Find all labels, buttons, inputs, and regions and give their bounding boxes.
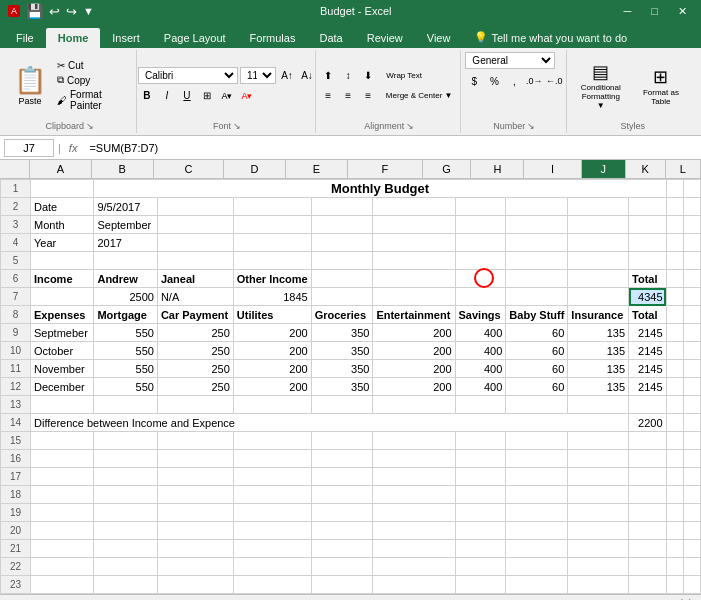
font-family-select[interactable]: Calibri xyxy=(138,67,238,84)
cell-j7[interactable]: 4345 xyxy=(629,288,667,306)
cell-f6[interactable] xyxy=(373,270,455,288)
cell-f5[interactable] xyxy=(373,252,455,270)
wrap-text-button[interactable]: Wrap Text xyxy=(379,67,429,85)
border-button[interactable]: ⊞ xyxy=(198,87,216,105)
copy-button[interactable]: ⧉ Copy xyxy=(54,73,130,87)
tab-page-layout[interactable]: Page Layout xyxy=(152,28,238,48)
cell-i10[interactable]: 135 xyxy=(568,342,629,360)
increase-decimal-button[interactable]: .0→ xyxy=(525,72,543,90)
cell-d9[interactable]: 200 xyxy=(233,324,311,342)
cell-d4[interactable] xyxy=(233,234,311,252)
cell-d5[interactable] xyxy=(233,252,311,270)
cell-e4[interactable] xyxy=(311,234,373,252)
quick-access-save[interactable]: 💾 xyxy=(26,3,43,19)
cell-h12[interactable]: 60 xyxy=(506,378,568,396)
cell-a5[interactable] xyxy=(31,252,94,270)
tab-home[interactable]: Home xyxy=(46,28,101,48)
cell-j9[interactable]: 2145 xyxy=(629,324,667,342)
cell-f4[interactable] xyxy=(373,234,455,252)
cell-j6[interactable]: Total xyxy=(629,270,667,288)
col-header-k[interactable]: K xyxy=(626,160,666,178)
cell-b6[interactable]: Andrew xyxy=(94,270,157,288)
number-format-select[interactable]: General xyxy=(465,52,555,69)
cell-e5[interactable] xyxy=(311,252,373,270)
grid[interactable]: 1 Monthly Budget 2 Date 9/5/2017 xyxy=(0,179,701,594)
cell-g8[interactable]: Savings xyxy=(455,306,506,324)
cell-l13[interactable] xyxy=(684,396,701,414)
cell-a14-merged[interactable]: Difference between Income and Expence xyxy=(31,414,629,432)
cell-c3[interactable] xyxy=(157,216,233,234)
cell-l4[interactable] xyxy=(684,234,701,252)
cell-c6[interactable]: Janeal xyxy=(157,270,233,288)
cell-a6[interactable]: Income xyxy=(31,270,94,288)
cell-f3[interactable] xyxy=(373,216,455,234)
cell-b9[interactable]: 550 xyxy=(94,324,157,342)
horizontal-scrollbar[interactable]: ◄ ► xyxy=(0,594,701,600)
cell-b13[interactable] xyxy=(94,396,157,414)
cell-h4[interactable] xyxy=(506,234,568,252)
cell-b2[interactable]: 9/5/2017 xyxy=(94,198,157,216)
cell-b11[interactable]: 550 xyxy=(94,360,157,378)
cell-a4[interactable]: Year xyxy=(31,234,94,252)
cell-e8[interactable]: Groceries xyxy=(311,306,373,324)
cell-l6[interactable] xyxy=(684,270,701,288)
cell-e10[interactable]: 350 xyxy=(311,342,373,360)
align-left-button[interactable]: ≡ xyxy=(319,87,337,105)
format-as-table-button[interactable]: ⊞ Format as Table xyxy=(631,64,691,108)
cell-e6[interactable] xyxy=(311,270,373,288)
cell-c5[interactable] xyxy=(157,252,233,270)
cell-e12[interactable]: 350 xyxy=(311,378,373,396)
col-header-g[interactable]: G xyxy=(423,160,472,178)
cell-d3[interactable] xyxy=(233,216,311,234)
cell-e2[interactable] xyxy=(311,198,373,216)
cell-c4[interactable] xyxy=(157,234,233,252)
cell-g13[interactable] xyxy=(455,396,506,414)
cell-b4[interactable]: 2017 xyxy=(94,234,157,252)
align-right-button[interactable]: ≡ xyxy=(359,87,377,105)
cell-f10[interactable]: 200 xyxy=(373,342,455,360)
cell-f13[interactable] xyxy=(373,396,455,414)
cell-i11[interactable]: 135 xyxy=(568,360,629,378)
align-bottom-button[interactable]: ⬇ xyxy=(359,67,377,85)
tab-insert[interactable]: Insert xyxy=(100,28,152,48)
cell-l8[interactable] xyxy=(684,306,701,324)
cell-k6[interactable] xyxy=(666,270,684,288)
cell-d8[interactable]: Utilites xyxy=(233,306,311,324)
cell-g5[interactable] xyxy=(455,252,506,270)
cell-g11[interactable]: 400 xyxy=(455,360,506,378)
cell-k14[interactable] xyxy=(666,414,684,432)
cell-l10[interactable] xyxy=(684,342,701,360)
cell-j2[interactable] xyxy=(629,198,667,216)
cell-j13[interactable] xyxy=(629,396,667,414)
cell-c8[interactable]: Car Payment xyxy=(157,306,233,324)
font-expand-icon[interactable]: ↘ xyxy=(233,121,241,131)
cell-j11[interactable]: 2145 xyxy=(629,360,667,378)
col-header-i[interactable]: I xyxy=(524,160,581,178)
font-size-select[interactable]: 11 xyxy=(240,67,276,84)
col-header-d[interactable]: D xyxy=(224,160,286,178)
cell-j3[interactable] xyxy=(629,216,667,234)
number-expand-icon[interactable]: ↘ xyxy=(527,121,535,131)
col-header-f[interactable]: F xyxy=(348,160,423,178)
cell-a10[interactable]: October xyxy=(31,342,94,360)
cell-g2[interactable] xyxy=(455,198,506,216)
cell-g7[interactable] xyxy=(455,288,506,306)
cell-d6[interactable]: Other Income xyxy=(233,270,311,288)
cell-k13[interactable] xyxy=(666,396,684,414)
cell-k7[interactable] xyxy=(666,288,684,306)
tab-review[interactable]: Review xyxy=(355,28,415,48)
cell-f7[interactable] xyxy=(373,288,455,306)
cell-j4[interactable] xyxy=(629,234,667,252)
cell-b3[interactable]: September xyxy=(94,216,157,234)
paste-button[interactable]: 📋 Paste xyxy=(10,63,50,108)
cell-d13[interactable] xyxy=(233,396,311,414)
font-color-button[interactable]: A▾ xyxy=(238,87,256,105)
cell-g10[interactable]: 400 xyxy=(455,342,506,360)
cell-e3[interactable] xyxy=(311,216,373,234)
col-header-l[interactable]: L xyxy=(666,160,701,178)
cell-i8[interactable]: Insurance xyxy=(568,306,629,324)
merge-center-button[interactable]: Merge & Center ▼ xyxy=(379,87,459,105)
cell-c13[interactable] xyxy=(157,396,233,414)
currency-button[interactable]: $ xyxy=(465,72,483,90)
cell-i7[interactable] xyxy=(568,288,629,306)
